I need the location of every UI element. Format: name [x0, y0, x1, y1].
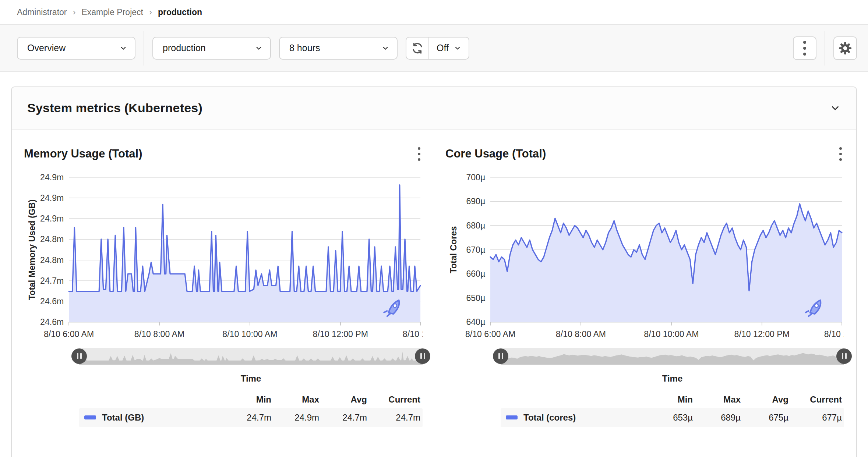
brush-handle-right[interactable] [415, 348, 430, 364]
svg-text:24.9m: 24.9m [40, 193, 64, 203]
core-usage-chart-panel: Core Usage (Total) 700µ690µ680µ670µ660µ6… [445, 145, 844, 427]
legend-header-avg: Avg [319, 394, 367, 405]
breadcrumb-item-environment: production [158, 7, 202, 17]
svg-text:8/10 10:00 AM: 8/10 10:00 AM [222, 329, 277, 339]
chevron-down-icon [119, 44, 127, 52]
chart-title: Core Usage (Total) [445, 147, 546, 160]
time-brush[interactable] [501, 348, 844, 365]
auto-refresh-value: Off [437, 43, 449, 53]
svg-text:680µ: 680µ [466, 221, 485, 230]
chevron-down-icon[interactable] [830, 103, 841, 114]
brush-minimap [79, 348, 423, 365]
gear-icon [838, 41, 852, 55]
legend-header-avg: Avg [741, 394, 788, 405]
toolbar-divider [144, 31, 144, 65]
series-name: Total (GB) [102, 412, 144, 423]
chevron-down-icon [255, 44, 263, 52]
svg-text:24.8m: 24.8m [40, 255, 64, 265]
breadcrumb: Administrator › Example Project › produc… [0, 0, 868, 25]
series-current: 24.7m [367, 412, 420, 423]
brush-handle-left[interactable] [71, 348, 87, 364]
legend-header-min: Min [645, 394, 693, 405]
breadcrumb-separator-icon: › [149, 7, 152, 17]
svg-text:24.8m: 24.8m [40, 234, 64, 244]
panel-title: System metrics (Kubernetes) [27, 101, 202, 115]
svg-text:Total Memory Used (GB): Total Memory Used (GB) [27, 199, 37, 300]
svg-text:8/10 6:00 AM: 8/10 6:00 AM [465, 329, 515, 339]
legend-row[interactable]: Total (GB) 24.7m 24.9m 24.7m 24.7m [79, 408, 423, 427]
legend-header-current: Current [367, 394, 420, 405]
series-swatch [84, 415, 96, 419]
legend-header-row: Min Max Avg Current [501, 391, 844, 408]
view-select-value: Overview [27, 43, 66, 53]
legend-header-row: Min Max Avg Current [79, 391, 423, 408]
dashboard-menu-button[interactable] [793, 36, 816, 60]
svg-text:700µ: 700µ [466, 173, 485, 182]
toolbar-divider [825, 31, 825, 65]
svg-text:24.9m: 24.9m [40, 214, 64, 223]
chart-menu-button[interactable] [416, 145, 423, 163]
svg-text:670µ: 670µ [466, 245, 485, 255]
series-name: Total (cores) [523, 412, 576, 423]
memory-usage-chart-panel: Memory Usage (Total) 24.9m24.9m24.9m24.8… [24, 145, 423, 427]
x-axis-title: Time [79, 373, 423, 384]
svg-text:8/10 10:00 AM: 8/10 10:00 AM [644, 329, 699, 339]
svg-text:24.6m: 24.6m [40, 297, 64, 306]
refresh-icon [411, 42, 424, 54]
x-axis-title: Time [501, 373, 844, 384]
svg-text:24.6m: 24.6m [40, 317, 64, 327]
svg-text:8/10 1:46: 8/10 1:46 [824, 329, 844, 339]
chart-menu-button[interactable] [837, 145, 844, 163]
memory-usage-plot[interactable]: 24.9m24.9m24.9m24.8m24.8m24.7m24.6m24.6m… [24, 172, 423, 343]
toolbar: Overview production 8 hours Off [0, 25, 868, 72]
svg-text:640µ: 640µ [466, 317, 485, 327]
svg-text:690µ: 690µ [466, 196, 485, 206]
brush-handle-left[interactable] [493, 348, 508, 364]
svg-text:8/10 12:00 PM: 8/10 12:00 PM [313, 329, 368, 339]
legend-header-current: Current [788, 394, 842, 405]
breadcrumb-item-project[interactable]: Example Project [81, 7, 143, 17]
series-avg: 675µ [741, 412, 788, 423]
brush-handle-right[interactable] [836, 348, 852, 364]
chevron-down-icon [381, 44, 389, 52]
legend-table: Min Max Avg Current Total (cores) 653µ 6… [501, 391, 844, 427]
series-swatch [506, 415, 518, 419]
auto-refresh-group: Off [406, 37, 469, 60]
time-range-select-value: 8 hours [289, 43, 320, 53]
system-metrics-header[interactable]: System metrics (Kubernetes) [12, 87, 856, 130]
time-range-select[interactable]: 8 hours [279, 37, 398, 60]
legend-row[interactable]: Total (cores) 653µ 689µ 675µ 677µ [501, 408, 844, 427]
svg-text:8/10 12:00 PM: 8/10 12:00 PM [734, 329, 790, 339]
core-usage-plot[interactable]: 700µ690µ680µ670µ660µ650µ640µ8/10 6:00 AM… [445, 172, 844, 343]
series-min: 24.7m [223, 412, 271, 423]
environment-select[interactable]: production [152, 37, 271, 60]
breadcrumb-item-administrator[interactable]: Administrator [17, 7, 67, 17]
auto-refresh-interval-select[interactable]: Off [429, 38, 469, 59]
series-min: 653µ [645, 412, 693, 423]
legend-header-max: Max [693, 394, 741, 405]
settings-button[interactable] [833, 36, 857, 60]
series-max: 689µ [693, 412, 741, 423]
breadcrumb-separator-icon: › [73, 7, 75, 17]
svg-text:24.7m: 24.7m [40, 276, 64, 286]
chart-title: Memory Usage (Total) [24, 147, 142, 160]
view-select[interactable]: Overview [17, 37, 135, 60]
svg-text:8/10 1:46: 8/10 1:46 [403, 329, 423, 339]
legend-header-max: Max [271, 394, 319, 405]
charts-row: Memory Usage (Total) 24.9m24.9m24.9m24.8… [12, 130, 856, 427]
time-brush[interactable] [79, 348, 423, 365]
kebab-icon [801, 39, 808, 58]
svg-text:Total Cores: Total Cores [449, 226, 458, 273]
series-max: 24.9m [271, 412, 319, 423]
brush-minimap [501, 348, 844, 365]
legend-table: Min Max Avg Current Total (GB) 24.7m 24.… [79, 391, 423, 427]
svg-text:8/10 8:00 AM: 8/10 8:00 AM [556, 329, 606, 339]
svg-text:24.9m: 24.9m [40, 173, 64, 182]
series-current: 677µ [788, 412, 842, 423]
system-metrics-card: System metrics (Kubernetes) Memory Usage… [11, 86, 857, 457]
svg-text:8/10 8:00 AM: 8/10 8:00 AM [134, 329, 184, 339]
environment-select-value: production [163, 43, 206, 53]
svg-text:8/10 6:00 AM: 8/10 6:00 AM [44, 329, 94, 339]
svg-text:660µ: 660µ [466, 269, 485, 279]
refresh-button[interactable] [406, 38, 429, 59]
